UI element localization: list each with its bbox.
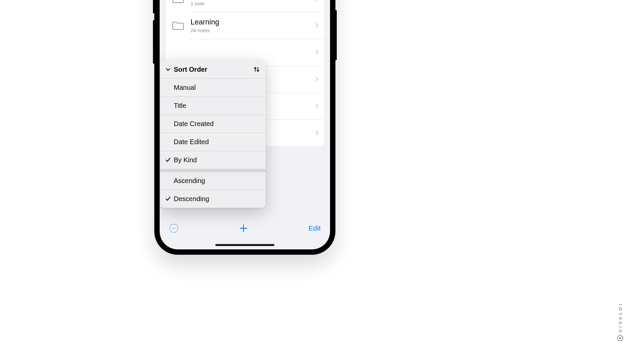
- menu-item-label: Descending: [174, 195, 260, 203]
- sort-option[interactable]: Title: [160, 97, 266, 115]
- menu-item-label: Ascending: [174, 177, 260, 185]
- list-item-text: Design related 1 note: [191, 0, 312, 6]
- folder-subtitle: 1 note: [191, 1, 312, 6]
- list-item[interactable]: Learning 24 notes: [166, 12, 324, 39]
- popover-title: Sort Order: [174, 66, 253, 73]
- checkmark-placeholder: [165, 121, 171, 127]
- sort-order-popover: Sort Order ManualTitleDate CreatedDate E…: [160, 60, 266, 208]
- brand-text: VIVALDI: [618, 302, 623, 333]
- folder-icon: [172, 0, 184, 3]
- menu-item-label: By Kind: [174, 156, 260, 164]
- sort-arrows-icon: [253, 66, 260, 73]
- chevron-right-icon: [315, 23, 319, 28]
- phone-screen: Design related 1 note Learning 24 notes: [160, 0, 330, 249]
- checkmark-icon: [165, 196, 171, 202]
- home-indicator[interactable]: [215, 244, 274, 246]
- chevron-right-icon: [315, 50, 319, 55]
- chevron-right-icon: [315, 0, 319, 1]
- sort-option[interactable]: Manual: [160, 78, 266, 97]
- chevron-right-icon: [315, 130, 319, 135]
- brand-icon: [617, 335, 623, 341]
- folder-icon: [172, 21, 184, 30]
- list-item[interactable]: Design related 1 note: [166, 0, 324, 12]
- brand-mark: VIVALDI: [617, 302, 623, 341]
- folder-subtitle: 24 notes: [191, 27, 312, 33]
- svg-point-2: [173, 228, 174, 229]
- chevron-right-icon: [315, 103, 319, 109]
- svg-point-3: [175, 228, 176, 229]
- sort-direction-option[interactable]: Descending: [160, 190, 266, 208]
- popover-header[interactable]: Sort Order: [160, 60, 266, 78]
- popover-divider: [160, 169, 266, 172]
- menu-item-label: Date Edited: [174, 138, 260, 146]
- folder-title: Learning: [191, 18, 312, 26]
- sort-option[interactable]: Date Created: [160, 115, 266, 133]
- side-button: [335, 10, 337, 60]
- sort-option[interactable]: Date Edited: [160, 133, 266, 151]
- menu-item-label: Manual: [174, 84, 260, 92]
- checkmark-placeholder: [165, 178, 171, 184]
- add-button[interactable]: [239, 224, 248, 233]
- chevron-right-icon: [315, 76, 319, 82]
- list-item-text: Learning 24 notes: [191, 18, 312, 33]
- menu-item-label: Title: [174, 102, 260, 110]
- edit-button[interactable]: Edit: [309, 224, 321, 232]
- checkmark-placeholder: [165, 103, 171, 109]
- sort-direction-option[interactable]: Ascending: [160, 172, 266, 190]
- chevron-down-icon: [165, 66, 171, 72]
- more-button[interactable]: [169, 224, 178, 233]
- phone-frame: Design related 1 note Learning 24 notes: [154, 0, 335, 255]
- sort-option[interactable]: By Kind: [160, 151, 266, 169]
- checkmark-icon: [165, 157, 171, 163]
- svg-point-1: [171, 228, 172, 229]
- checkmark-placeholder: [165, 139, 171, 145]
- checkmark-placeholder: [165, 84, 171, 90]
- menu-item-label: Date Created: [174, 120, 260, 128]
